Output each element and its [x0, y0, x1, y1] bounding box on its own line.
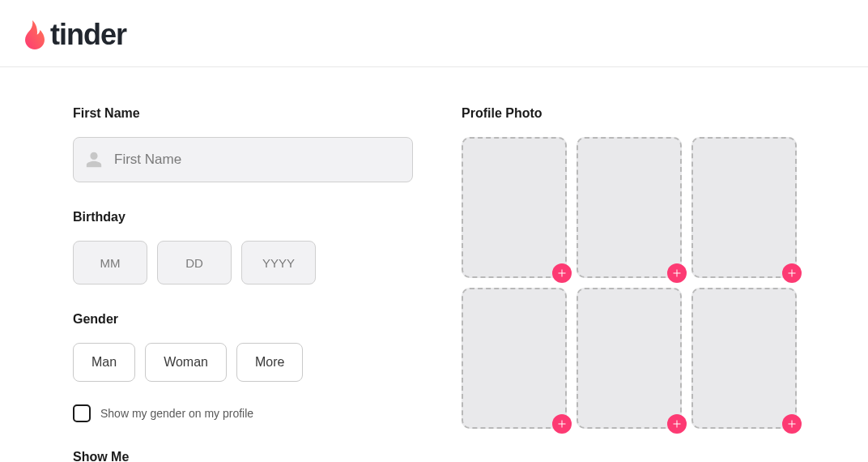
add-photo-button[interactable] [667, 263, 687, 283]
photo-slot[interactable] [462, 137, 567, 278]
birthday-year-input[interactable] [241, 241, 316, 284]
brand-logo[interactable]: tinder [23, 18, 126, 52]
show-gender-checkbox[interactable] [73, 404, 91, 422]
add-photo-button[interactable] [552, 414, 572, 434]
birthday-month-input[interactable] [73, 241, 147, 284]
add-photo-button[interactable] [782, 263, 802, 283]
gender-label: Gender [73, 312, 413, 327]
gender-option-more[interactable]: More [236, 343, 303, 382]
first-name-label: First Name [73, 106, 413, 121]
gender-option-woman[interactable]: Woman [145, 343, 227, 382]
gender-section: Gender Man Woman More Show my gender on … [73, 312, 413, 422]
show-gender-label: Show my gender on my profile [100, 407, 253, 420]
photo-slot[interactable] [577, 137, 682, 278]
photo-grid [462, 137, 797, 429]
profile-photo-label: Profile Photo [462, 106, 797, 121]
header: tinder [0, 0, 868, 67]
person-icon [85, 151, 103, 169]
photo-slot[interactable] [691, 137, 797, 278]
show-me-section: Show Me [73, 450, 413, 462]
flame-icon [23, 20, 47, 49]
birthday-section: Birthday [73, 210, 413, 284]
plus-icon [557, 268, 567, 278]
brand-name: tinder [50, 18, 126, 52]
photo-slot[interactable] [462, 288, 567, 429]
first-name-input[interactable] [114, 152, 401, 168]
show-me-label: Show Me [73, 450, 413, 462]
first-name-input-wrap[interactable] [73, 137, 413, 182]
plus-icon [787, 419, 797, 429]
plus-icon [672, 419, 682, 429]
birthday-label: Birthday [73, 210, 413, 225]
add-photo-button[interactable] [782, 414, 802, 434]
plus-icon [787, 268, 797, 278]
first-name-section: First Name [73, 106, 413, 182]
plus-icon [557, 419, 567, 429]
plus-icon [672, 268, 682, 278]
gender-option-man[interactable]: Man [73, 343, 135, 382]
add-photo-button[interactable] [667, 414, 687, 434]
photo-slot[interactable] [577, 288, 682, 429]
birthday-day-input[interactable] [157, 241, 232, 284]
photo-slot[interactable] [691, 288, 797, 429]
add-photo-button[interactable] [552, 263, 572, 283]
